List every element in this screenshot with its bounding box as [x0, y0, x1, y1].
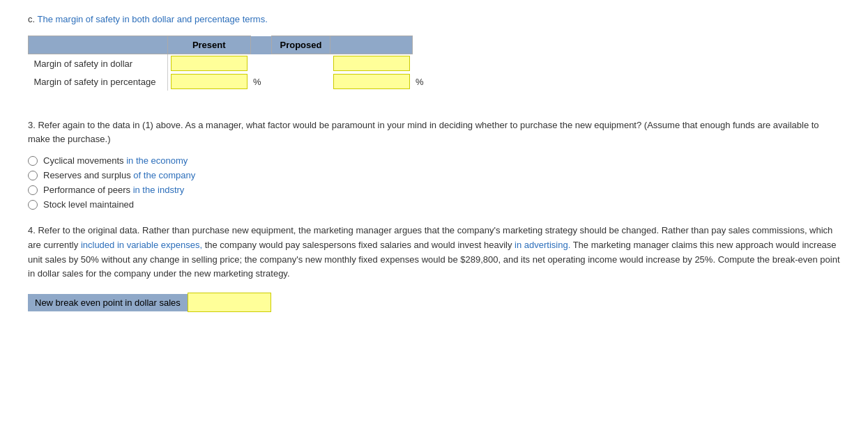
- table-header-extra: [330, 36, 413, 54]
- row2-gap: [271, 72, 330, 91]
- break-even-label: New break even point in dollar sales: [28, 294, 188, 311]
- section-3: 3. Refer again to the data in (1) above.…: [28, 118, 840, 210]
- table-row: Margin of safety in percentage % %: [29, 72, 427, 91]
- break-even-row: New break even point in dollar sales: [28, 293, 840, 312]
- radio-label-2-highlight: of the company: [133, 170, 195, 180]
- radio-item-3: Performance of peers in the indstry: [28, 185, 840, 195]
- row2-proposed-input[interactable]: [333, 74, 410, 89]
- section-4: 4. Refer to the original data. Rather th…: [28, 224, 840, 312]
- radio-label-3-highlight: in the indstry: [133, 185, 185, 195]
- radio-label-1: Cyclical movements in the economy: [43, 155, 188, 166]
- table-header-empty: [29, 36, 168, 54]
- margin-safety-table: Present Proposed Margin of safety in dol…: [28, 36, 427, 91]
- table-header-proposed: Proposed: [271, 36, 330, 54]
- radio-label-3: Performance of peers in the indstry: [43, 185, 184, 195]
- radio-label-2: Reserves and surplus of the company: [43, 170, 195, 180]
- table-header-gap: [250, 36, 271, 54]
- section-c-title: c. The margin of safety in both dollar a…: [28, 14, 840, 24]
- section-4-title: 4. Refer to the original data. Rather th…: [28, 224, 840, 281]
- row1-present-input-cell: [168, 54, 251, 73]
- row2-present-input[interactable]: [171, 74, 248, 89]
- radio-group: Cyclical movements in the economy Reserv…: [28, 155, 840, 210]
- row1-proposed-unit: [413, 54, 427, 73]
- row2-proposed-input-cell: [330, 72, 413, 91]
- section-4-highlight2: in advertising.: [515, 240, 570, 250]
- row2-present-unit: %: [250, 72, 271, 91]
- break-even-input[interactable]: [188, 293, 271, 312]
- section-3-title: 3. Refer again to the data in (1) above.…: [28, 118, 840, 146]
- section-4-highlight1: included in variable expenses,: [81, 240, 202, 250]
- radio-opt3[interactable]: [28, 185, 38, 195]
- section-c: c. The margin of safety in both dollar a…: [28, 14, 840, 91]
- radio-item-1: Cyclical movements in the economy: [28, 155, 840, 166]
- table-row: Margin of safety in dollar: [29, 54, 427, 73]
- section-c-highlight: The margin of safety in both dollar and …: [38, 14, 268, 24]
- radio-label-4: Stock level maintained: [43, 199, 134, 210]
- margin-safety-table-container: Present Proposed Margin of safety in dol…: [28, 36, 840, 91]
- row1-label: Margin of safety in dollar: [29, 54, 168, 73]
- row2-label: Margin of safety in percentage: [29, 72, 168, 91]
- radio-opt2[interactable]: [28, 171, 38, 180]
- row1-present-unit: [250, 54, 271, 73]
- row1-proposed-input-cell: [330, 54, 413, 73]
- table-header-present: Present: [168, 36, 251, 54]
- row2-present-input-cell: [168, 72, 251, 91]
- row1-gap: [271, 54, 330, 73]
- radio-opt1[interactable]: [28, 156, 38, 166]
- radio-item-4: Stock level maintained: [28, 199, 840, 210]
- row2-proposed-unit: %: [413, 72, 427, 91]
- row1-present-input[interactable]: [171, 56, 248, 71]
- row1-proposed-input[interactable]: [333, 56, 410, 71]
- radio-item-2: Reserves and surplus of the company: [28, 170, 840, 180]
- radio-opt4[interactable]: [28, 200, 38, 210]
- radio-label-1-highlight: in the economy: [126, 155, 188, 166]
